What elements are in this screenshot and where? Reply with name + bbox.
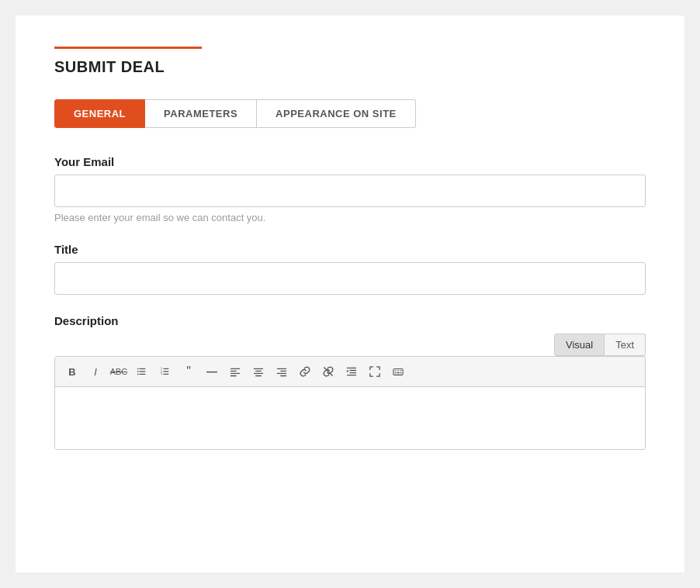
page-container: SUBMIT DEAL GENERAL PARAMETERS APPEARANC… [16, 16, 684, 572]
svg-rect-16 [254, 368, 263, 369]
svg-rect-36 [400, 372, 402, 373]
svg-rect-28 [347, 375, 356, 375]
svg-rect-14 [230, 373, 240, 374]
editor-toolbar: B I ABC [55, 357, 645, 387]
description-section: Description Visual Text B I ABC [54, 314, 646, 450]
svg-rect-2 [140, 374, 146, 375]
toolbar-link-button[interactable] [294, 361, 316, 382]
svg-rect-30 [393, 369, 403, 375]
tab-general[interactable]: GENERAL [54, 99, 145, 128]
toolbar-ordered-list-button[interactable]: 1 2 3 [154, 361, 176, 382]
editor-mode-text[interactable]: Text [605, 334, 646, 356]
svg-rect-1 [140, 371, 146, 372]
svg-rect-25 [347, 368, 356, 368]
email-hint: Please enter your email so we can contac… [54, 212, 646, 223]
svg-rect-35 [397, 372, 400, 373]
svg-rect-8 [163, 374, 168, 375]
svg-rect-0 [140, 368, 146, 369]
page-title: SUBMIT DEAL [54, 58, 646, 76]
toolbar-italic-button[interactable]: I [85, 361, 106, 382]
svg-rect-32 [397, 370, 399, 371]
email-label: Your Email [54, 155, 646, 168]
editor-mode-visual[interactable]: Visual [554, 334, 605, 356]
toolbar-align-center-button[interactable] [248, 361, 269, 382]
toolbar-indent-button[interactable] [341, 361, 362, 382]
unordered-list-icon [137, 366, 147, 377]
tab-appearance[interactable]: APPEARANCE ON SITE [257, 99, 416, 128]
svg-rect-13 [230, 371, 237, 372]
svg-rect-6 [163, 368, 168, 369]
svg-rect-7 [163, 371, 168, 372]
link-icon [300, 366, 310, 377]
toolbar-align-left-button[interactable] [224, 361, 246, 382]
svg-point-3 [137, 368, 139, 369]
editor-content-area[interactable] [55, 387, 645, 449]
ordered-list-icon: 1 2 3 [160, 366, 171, 377]
svg-rect-17 [255, 371, 262, 372]
title-label: Title [54, 243, 646, 256]
toolbar-bold-button[interactable]: B [61, 361, 83, 382]
editor-wrapper: B I ABC [54, 356, 646, 450]
svg-rect-33 [400, 370, 402, 371]
indent-icon [346, 366, 357, 377]
unlink-icon [323, 366, 334, 377]
toolbar-blockquote-button[interactable]: " [178, 361, 199, 382]
tab-parameters[interactable]: PARAMETERS [145, 99, 257, 128]
svg-rect-34 [395, 372, 397, 373]
svg-text:3: 3 [161, 372, 162, 375]
toolbar-keyboard-button[interactable] [387, 361, 409, 382]
svg-rect-26 [349, 370, 356, 371]
blockquote-icon: " [186, 365, 191, 378]
svg-rect-31 [395, 370, 397, 371]
email-input[interactable] [54, 175, 646, 207]
email-group: Your Email Please enter your email so we… [54, 155, 646, 223]
toolbar-unlink-button[interactable] [317, 361, 339, 382]
description-label: Description [54, 314, 646, 327]
fullscreen-icon [369, 366, 380, 377]
svg-rect-21 [280, 371, 286, 372]
toolbar-fullscreen-button[interactable] [364, 361, 386, 382]
svg-rect-27 [349, 372, 356, 373]
svg-rect-22 [277, 373, 286, 374]
toolbar-align-right-button[interactable] [271, 361, 293, 382]
svg-rect-12 [230, 368, 240, 369]
bold-icon: B [68, 366, 75, 378]
keyboard-icon [393, 366, 404, 377]
toolbar-unordered-list-button[interactable] [131, 361, 153, 382]
toolbar-hr-button[interactable]: — [201, 361, 223, 382]
title-group: Title [54, 243, 646, 295]
svg-point-4 [137, 371, 139, 372]
svg-rect-19 [255, 375, 262, 376]
editor-mode-switcher: Visual Text [54, 334, 646, 356]
align-right-icon [276, 366, 287, 377]
tabs-container: GENERAL PARAMETERS APPEARANCE ON SITE [54, 99, 646, 128]
svg-rect-23 [280, 375, 286, 376]
svg-marker-29 [347, 370, 349, 372]
svg-point-5 [137, 373, 139, 375]
title-accent-bar [54, 47, 202, 49]
align-center-icon [253, 366, 264, 377]
strikethrough-icon: ABC [110, 367, 128, 376]
hr-icon: — [206, 365, 217, 378]
svg-line-24 [324, 368, 333, 376]
toolbar-strikethrough-button[interactable]: ABC [108, 361, 130, 382]
align-left-icon [230, 366, 241, 377]
title-input[interactable] [54, 262, 646, 295]
svg-rect-15 [230, 375, 237, 376]
svg-rect-18 [254, 373, 263, 374]
svg-rect-20 [277, 368, 286, 369]
italic-icon: I [94, 366, 97, 378]
